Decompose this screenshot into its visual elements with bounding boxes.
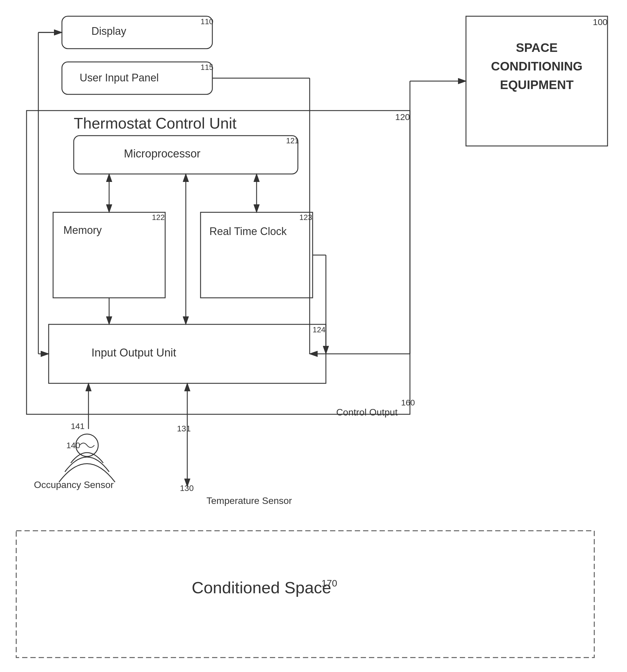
svg-rect-6 (62, 16, 212, 49)
ref-141: 141 (71, 422, 85, 431)
microprocessor-ref: 121 (286, 136, 299, 145)
space-conditioning-label: SPACE CONDITIONING EQUIPMENT (469, 38, 605, 94)
rtc-label: Real Time Clock (209, 224, 287, 239)
thermostat-control-ref: 120 (395, 112, 410, 122)
diagram-lines (0, 0, 627, 672)
microprocessor-label: Microprocessor (124, 147, 200, 160)
temperature-sensor-ref: 130 (180, 484, 194, 493)
ref-131: 131 (177, 424, 191, 433)
control-output-ref: 160 (401, 398, 415, 408)
rtc-ref: 123 (299, 213, 312, 222)
space-conditioning-ref: 100 (593, 17, 607, 27)
occupancy-sensor-ref: 140 (66, 441, 80, 450)
control-output-label: Control Output (336, 407, 397, 418)
io-unit-ref: 124 (313, 325, 325, 334)
user-input-ref: 115 (200, 63, 213, 72)
diagram-container: Display 110 User Input Panel 115 Thermos… (0, 0, 627, 672)
conditioned-space-label: Conditioned Space (192, 578, 331, 597)
occupancy-sensor-label: Occupancy Sensor (34, 478, 114, 492)
thermostat-control-label: Thermostat Control Unit (74, 114, 237, 132)
svg-rect-11 (49, 325, 326, 383)
temperature-sensor-label: Temperature Sensor (207, 495, 292, 506)
user-input-label: User Input Panel (80, 72, 159, 84)
memory-ref: 122 (152, 213, 165, 222)
display-ref: 110 (200, 17, 213, 26)
display-label: Display (91, 25, 126, 38)
conditioned-space-ref: 170 (321, 578, 337, 589)
io-unit-label: Input Output Unit (91, 346, 176, 359)
svg-rect-4 (27, 111, 410, 414)
memory-label: Memory (64, 224, 102, 237)
